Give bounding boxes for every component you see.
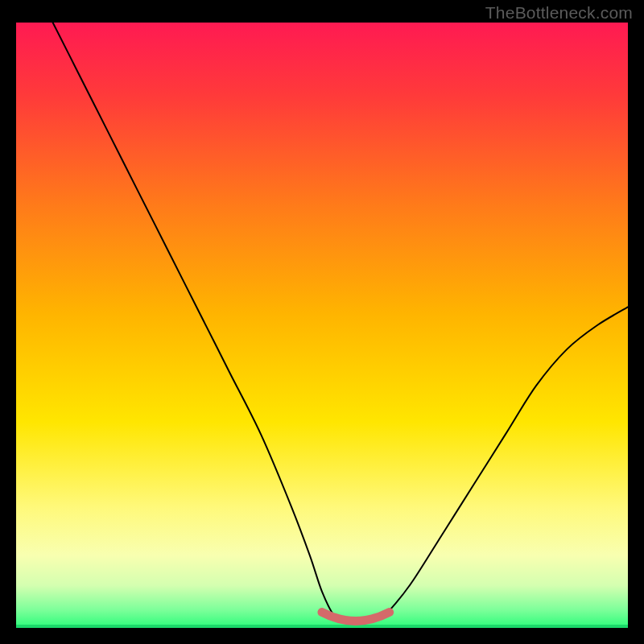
bottleneck-curve-plot [16,23,628,628]
watermark-label: TheBottleneck.com [485,3,633,23]
chart-container: TheBottleneck.com [0,0,644,644]
gradient-background [16,23,628,628]
baseline-strip [16,625,628,628]
